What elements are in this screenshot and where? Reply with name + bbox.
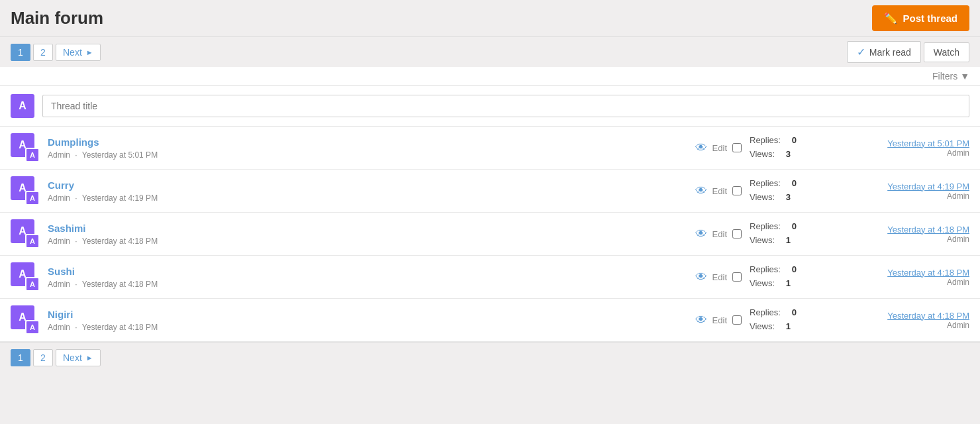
page-1-button-bottom[interactable]: 1 — [11, 349, 30, 366]
thread-title-link[interactable]: Curry — [48, 180, 687, 191]
thread-timestamp: Yesterday at 5:01 PM — [82, 150, 158, 160]
watch-thread-icon[interactable]: 👁 — [695, 227, 707, 241]
page-1-button-top[interactable]: 1 — [11, 44, 30, 61]
thread-info: Nigiri Admin · Yesterday at 4:18 PM — [48, 309, 687, 332]
thread-info: Sushi Admin · Yesterday at 4:18 PM — [48, 266, 687, 289]
replies-value: 0 — [783, 177, 797, 191]
thread-avatar-wrap: A A — [11, 262, 40, 292]
watch-thread-icon[interactable]: 👁 — [695, 184, 707, 198]
last-post-time-link[interactable]: Yesterday at 4:18 PM — [837, 225, 969, 235]
views-value: 3 — [777, 148, 791, 162]
thread-meta: Admin · Yesterday at 4:18 PM — [48, 323, 158, 332]
last-post-user: Admin — [837, 321, 969, 330]
thread-info: Dumplings Admin · Yesterday at 5:01 PM — [48, 136, 687, 160]
separator: · — [75, 280, 77, 289]
watch-button[interactable]: Watch — [924, 42, 969, 62]
thread-title-link[interactable]: Sashimi — [48, 223, 687, 234]
mark-read-label: Mark read — [869, 47, 911, 58]
edit-label[interactable]: Edit — [712, 272, 727, 282]
thread-select-checkbox[interactable] — [732, 229, 742, 238]
thread-timestamp: Yesterday at 4:19 PM — [82, 193, 158, 203]
page-2-button-bottom[interactable]: 2 — [33, 349, 53, 366]
mark-read-button[interactable]: ✓ Mark read — [847, 41, 921, 63]
thread-stats: Replies: 0 Views: 3 — [750, 177, 829, 205]
filters-button[interactable]: Filters ▼ — [932, 71, 969, 81]
thread-last-post: Yesterday at 5:01 PM Admin — [837, 138, 969, 158]
next-button-top[interactable]: Next ► — [56, 44, 101, 61]
thread-title-link[interactable]: Dumplings — [48, 136, 687, 148]
chevron-down-icon: ▼ — [960, 71, 969, 81]
thread-title-link[interactable]: Nigiri — [48, 309, 687, 320]
last-post-time-link[interactable]: Yesterday at 4:18 PM — [837, 311, 969, 321]
chevron-right-icon: ► — [86, 48, 93, 56]
replies-value: 0 — [783, 220, 797, 234]
thread-actions: 👁 Edit — [695, 313, 742, 327]
views-row: Views: 1 — [750, 277, 791, 291]
thread-title-link[interactable]: Sushi — [48, 266, 687, 277]
last-post-time-link[interactable]: Yesterday at 4:18 PM — [837, 268, 969, 278]
pagination-bottom-bar: 1 2 Next ► — [0, 342, 980, 373]
pagination-right: ✓ Mark read Watch — [847, 41, 969, 63]
watch-thread-icon[interactable]: 👁 — [695, 141, 707, 155]
thread-stats: Replies: 0 Views: 3 — [750, 134, 829, 162]
next-label-top: Next — [63, 47, 82, 58]
views-label: Views: — [750, 148, 775, 162]
thread-select-checkbox[interactable] — [732, 315, 742, 325]
thread-info: Sashimi Admin · Yesterday at 4:18 PM — [48, 223, 687, 246]
chevron-right-icon-bottom: ► — [86, 354, 93, 362]
edit-label[interactable]: Edit — [712, 143, 727, 153]
replies-label: Replies: — [750, 306, 781, 320]
thread-actions: 👁 Edit — [695, 227, 742, 241]
views-value: 1 — [777, 320, 791, 334]
last-post-user: Admin — [837, 191, 969, 201]
top-header: Main forum ✏️ Post thread — [0, 0, 980, 36]
replies-row: Replies: 0 — [750, 177, 797, 191]
last-post-user: Admin — [837, 235, 969, 244]
thread-actions: 👁 Edit — [695, 184, 742, 198]
edit-label[interactable]: Edit — [712, 186, 727, 196]
replies-label: Replies: — [750, 263, 781, 277]
views-label: Views: — [750, 234, 775, 248]
next-label-bottom: Next — [63, 352, 82, 363]
replies-label: Replies: — [750, 134, 781, 148]
thread-actions: 👁 Edit — [695, 141, 742, 155]
post-thread-label: Post thread — [903, 13, 957, 24]
thread-timestamp: Yesterday at 4:18 PM — [82, 237, 158, 246]
thread-meta: Admin · Yesterday at 4:18 PM — [48, 237, 158, 246]
last-post-time-link[interactable]: Yesterday at 4:19 PM — [837, 182, 969, 191]
thread-last-post: Yesterday at 4:18 PM Admin — [837, 225, 969, 244]
thread-avatar-sub: A — [25, 234, 40, 248]
edit-label[interactable]: Edit — [712, 229, 727, 239]
thread-select-checkbox[interactable] — [732, 143, 742, 152]
views-row: Views: 1 — [750, 320, 791, 334]
thread-select-checkbox[interactable] — [732, 272, 742, 282]
watch-thread-icon[interactable]: 👁 — [695, 313, 707, 327]
thread-title-input[interactable] — [42, 95, 969, 117]
views-value: 1 — [777, 234, 791, 248]
thread-last-post: Yesterday at 4:18 PM Admin — [837, 268, 969, 287]
last-post-user: Admin — [837, 278, 969, 287]
views-value: 3 — [777, 191, 791, 205]
separator: · — [75, 323, 77, 332]
thread-avatar-sub: A — [25, 148, 40, 162]
post-thread-button[interactable]: ✏️ Post thread — [872, 5, 969, 31]
edit-icon: ✏️ — [884, 12, 897, 25]
last-post-time-link[interactable]: Yesterday at 5:01 PM — [837, 138, 969, 148]
forum-title: Main forum — [11, 8, 103, 28]
views-label: Views: — [750, 320, 775, 334]
thread-row: A A Sashimi Admin · Yesterday at 4:18 PM… — [0, 213, 980, 256]
page-2-button-top[interactable]: 2 — [33, 44, 53, 61]
thread-author: Admin — [48, 193, 70, 203]
next-button-bottom[interactable]: Next ► — [56, 349, 101, 366]
pagination-left: 1 2 Next ► — [11, 44, 101, 61]
replies-row: Replies: 0 — [750, 263, 797, 277]
filters-bar: Filters ▼ — [0, 67, 980, 86]
thread-select-checkbox[interactable] — [732, 186, 742, 195]
thread-last-post: Yesterday at 4:19 PM Admin — [837, 182, 969, 201]
edit-label[interactable]: Edit — [712, 315, 727, 325]
thread-stats: Replies: 0 Views: 1 — [750, 263, 829, 291]
watch-thread-icon[interactable]: 👁 — [695, 270, 707, 284]
thread-timestamp: Yesterday at 4:18 PM — [82, 323, 158, 332]
replies-row: Replies: 0 — [750, 306, 797, 320]
thread-author: Admin — [48, 237, 70, 246]
